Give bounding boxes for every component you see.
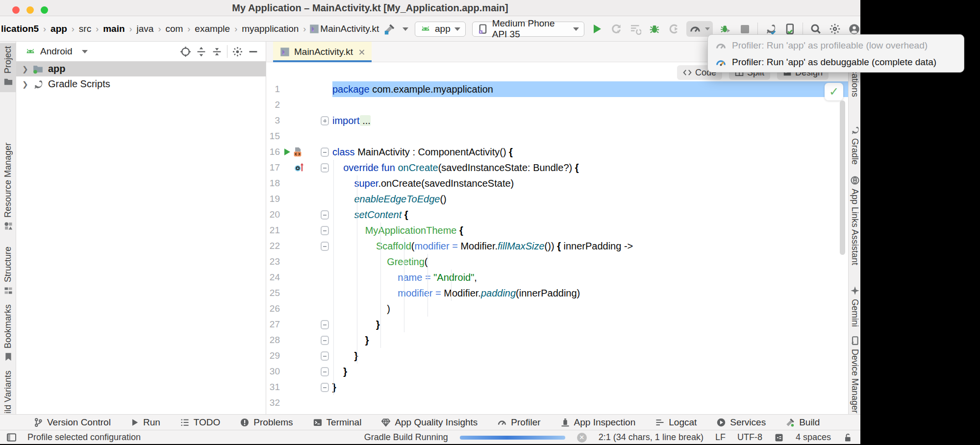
file-encoding[interactable]: UTF-8 — [737, 432, 762, 443]
gutter-icons[interactable] — [283, 128, 317, 144]
code-text[interactable]: override fun onCreate(savedInstanceState… — [332, 160, 848, 175]
gutter-icons[interactable] — [283, 285, 317, 301]
code-text[interactable]: } — [332, 348, 848, 364]
fold-end-marker[interactable] — [321, 336, 329, 345]
breadcrumb-item-mainactivity-kt[interactable]: MainActivity.kt — [319, 24, 380, 34]
fold-column[interactable] — [317, 222, 332, 238]
line-number[interactable]: 21 — [266, 222, 283, 238]
fold-column[interactable] — [317, 191, 332, 207]
toolwindow-button-version-control[interactable]: Version Control — [33, 417, 111, 428]
line-number[interactable]: 3 — [266, 113, 283, 128]
run-button[interactable] — [591, 22, 603, 36]
indent-setting[interactable]: 4 spaces — [796, 432, 831, 443]
debug-button[interactable] — [648, 22, 661, 36]
breadcrumb-item-myapplication[interactable]: myapplication — [241, 24, 300, 34]
gutter-icons[interactable] — [283, 395, 317, 411]
code-text[interactable]: package com.example.myapplication — [332, 81, 848, 97]
code-text[interactable] — [332, 395, 848, 411]
close-tab-icon[interactable] — [358, 49, 365, 55]
apply-code-changes-button[interactable] — [629, 22, 642, 36]
fold-column[interactable] — [317, 317, 332, 332]
breadcrumb-item-java[interactable]: java — [136, 24, 155, 34]
code-text[interactable] — [332, 97, 848, 113]
toolwindow-button-services[interactable]: Services — [716, 417, 766, 428]
fold-column[interactable] — [317, 128, 332, 144]
gutter-icons[interactable] — [283, 97, 317, 113]
fold-column[interactable] — [317, 254, 332, 270]
toolwindow-button-run[interactable]: Run — [130, 417, 160, 428]
code-text[interactable] — [332, 128, 848, 144]
fold-end-marker[interactable] — [321, 367, 329, 376]
gutter-icons[interactable] — [283, 175, 317, 191]
line-number[interactable]: 25 — [266, 285, 283, 301]
gutter-icons[interactable] — [283, 238, 317, 254]
project-view-selector[interactable]: Android — [40, 46, 73, 57]
popup-item-debuggable[interactable]: Profiler: Run 'app' as debuggable (compl… — [708, 54, 964, 71]
fold-column[interactable] — [317, 207, 332, 222]
project-view-arrow-icon[interactable] — [82, 50, 88, 53]
toolwindow-button-profiler[interactable]: Profiler — [497, 417, 540, 428]
fold-column[interactable] — [317, 301, 332, 317]
line-number[interactable]: 20 — [266, 207, 283, 222]
fold-marker[interactable] — [321, 210, 329, 220]
breadcrumb-item-com[interactable]: com — [164, 24, 184, 34]
toolwindow-button-problems[interactable]: Problems — [240, 417, 293, 428]
fold-end-marker[interactable] — [321, 320, 329, 329]
caret-position[interactable]: 2:1 (34 chars, 1 line break) — [599, 432, 704, 443]
fold-column[interactable] — [317, 332, 332, 348]
gutter-icons[interactable] — [283, 348, 317, 364]
code-text[interactable]: Scaffold(modifier = Modifier.fillMaxSize… — [332, 238, 848, 254]
toolwindow-button-app-quality-insights[interactable]: App Quality Insights — [381, 417, 477, 428]
editor-scrollbar-thumb[interactable] — [840, 100, 845, 255]
fold-column[interactable] — [317, 285, 332, 301]
sidebar-item-resource-manager[interactable]: Resource Manager — [0, 140, 16, 230]
gutter-icons[interactable] — [283, 379, 317, 395]
code-text[interactable]: } — [332, 379, 848, 395]
code-text[interactable]: setContent { — [332, 207, 848, 222]
fold-column[interactable] — [317, 270, 332, 285]
hide-panel-icon[interactable] — [248, 46, 259, 57]
fold-end-marker[interactable] — [321, 383, 329, 392]
fold-marker[interactable] — [321, 163, 329, 173]
inspection-status-widget[interactable]: ✓ — [825, 83, 843, 100]
profiler-dropdown-arrow-icon[interactable] — [705, 27, 710, 30]
line-number[interactable]: 29 — [266, 348, 283, 364]
gutter-icons[interactable] — [283, 191, 317, 207]
collapse-all-icon[interactable] — [211, 46, 223, 57]
breadcrumb-item-lication5[interactable]: lication5 — [0, 24, 40, 34]
run-line-icon[interactable] — [284, 148, 290, 155]
fold-column[interactable] — [317, 175, 332, 191]
line-number[interactable]: 28 — [266, 332, 283, 348]
breadcrumb-item-app[interactable]: app — [50, 24, 68, 34]
gutter-icons[interactable] — [283, 317, 317, 332]
fold-column[interactable] — [317, 160, 332, 175]
code-text[interactable]: import ... — [332, 113, 848, 128]
gutter-icons[interactable] — [283, 364, 317, 379]
expand-chevron-icon[interactable]: ❯ — [22, 80, 28, 89]
sidebar-item-bookmarks[interactable]: Bookmarks — [0, 301, 16, 359]
line-number[interactable]: 24 — [266, 270, 283, 285]
toolwindow-button-todo[interactable]: TODO — [180, 417, 221, 428]
code-text[interactable]: } — [332, 317, 848, 332]
code-text[interactable]: MyApplicationTheme { — [332, 222, 848, 238]
breadcrumb-item-main[interactable]: main — [102, 24, 126, 34]
expand-chevron-icon[interactable]: ❯ — [22, 65, 28, 74]
sidebar-item-gemini[interactable]: Gemini — [849, 286, 861, 327]
gutter-icons[interactable] — [283, 144, 317, 160]
fold-column[interactable] — [317, 144, 332, 160]
code-text[interactable]: ) — [332, 301, 848, 317]
overrides-method-icon[interactable] — [293, 162, 305, 173]
editor-tab-mainactivity[interactable]: MainActivity.kt — [273, 42, 372, 62]
fold-column[interactable] — [317, 395, 332, 411]
line-number[interactable]: 17 — [266, 160, 283, 175]
breadcrumb-item-src[interactable]: src — [78, 24, 92, 34]
line-number[interactable]: 22 — [266, 238, 283, 254]
fold-column[interactable] — [317, 81, 332, 97]
build-button[interactable] — [383, 22, 396, 36]
line-ending[interactable]: LF — [715, 432, 726, 443]
unlock-icon[interactable] — [843, 433, 853, 443]
sidebar-item-gradle[interactable]: Gradle — [849, 125, 861, 165]
line-number[interactable]: 19 — [266, 191, 283, 207]
cancel-build-icon[interactable]: ✕ — [577, 433, 587, 443]
line-number[interactable]: 23 — [266, 254, 283, 270]
